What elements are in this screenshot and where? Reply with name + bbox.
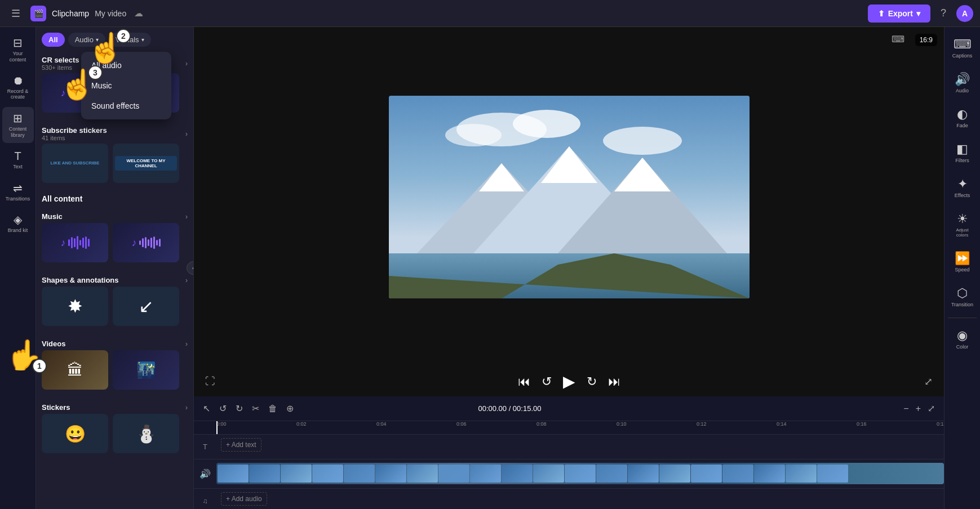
section-stickers-header[interactable]: Stickers ›	[42, 399, 188, 414]
tab-visuals[interactable]: Visuals ▾	[109, 33, 151, 47]
fast-forward-button[interactable]: ↻	[587, 374, 597, 389]
video-frame	[817, 465, 848, 483]
audio-dropdown: All audio Music Sound effects	[81, 52, 171, 119]
video-frame	[565, 465, 596, 483]
timeline-zoom-controls: − + ⤢	[901, 401, 937, 416]
right-panel-transition[interactable]: ⬡ Transition	[946, 280, 979, 313]
right-panel-captions[interactable]: ⌨ Captions	[946, 32, 979, 64]
audio-track-content: + Add audio	[216, 489, 944, 509]
fit-timeline-button[interactable]: ⤢	[925, 401, 937, 416]
rewind-button[interactable]: ↺	[542, 374, 552, 389]
tab-audio[interactable]: Audio ▾	[68, 33, 105, 47]
add-media-button[interactable]: ⊕	[284, 401, 296, 416]
menu-icon[interactable]: ☰	[7, 5, 25, 22]
list-item[interactable]: ⛄	[113, 414, 179, 453]
svg-point-4	[603, 127, 682, 155]
ruler-mark: 0:18	[937, 421, 944, 427]
list-item[interactable]: 🌃	[113, 350, 179, 390]
section-subscribe-stickers-header[interactable]: Subscribe stickers 41 items ›	[42, 122, 188, 144]
right-panel-color[interactable]: ◉ Color	[946, 323, 979, 355]
video-frame	[312, 465, 343, 483]
content-panel: All Audio ▾ Visuals ▾ All audio Music So…	[36, 27, 194, 509]
ruler-mark: 0:12	[697, 421, 707, 427]
sidebar: ⊟ Yourcontent ⏺ Record &create ⊞ Content…	[0, 27, 36, 509]
right-panel-audio[interactable]: 🔊 Audio	[946, 66, 979, 99]
tab-all[interactable]: All	[42, 33, 65, 47]
add-text-area[interactable]: + Add text	[216, 435, 944, 455]
playback-bar: ⛶ ⏮ ↺ ▶ ↻ ⏭ ⤢	[194, 367, 944, 396]
section-music-header[interactable]: Music ›	[42, 208, 188, 223]
transition-icon: ⬡	[957, 286, 968, 301]
right-panel-filters[interactable]: ◧ Filters	[946, 136, 979, 169]
expand-button[interactable]: ⤢	[924, 376, 933, 388]
list-item[interactable]: 🏛	[42, 350, 108, 390]
ruler-mark: 0:08	[536, 421, 547, 427]
undo-button[interactable]: ↺	[217, 401, 229, 416]
captions-preview-icon[interactable]: ⌨	[892, 34, 904, 44]
waveform3	[68, 234, 90, 251]
list-item[interactable]: ✸	[42, 287, 108, 326]
content-scroll[interactable]: CR selects 530+ items › ♪	[36, 51, 193, 509]
ruler-mark: 0:06	[456, 421, 467, 427]
delete-button[interactable]: 🗑	[266, 401, 280, 416]
list-item[interactable]: ♪	[42, 223, 108, 262]
subscribe-stickers-items: LIKE AND SUBSCRIBE WELCOME TO MY CHANNEL	[42, 144, 188, 183]
dropdown-sound-effects[interactable]: Sound effects	[81, 96, 171, 116]
list-item[interactable]: WELCOME TO MY CHANNEL	[113, 144, 179, 183]
music-note-icon: ♪	[132, 237, 137, 249]
ruler-mark: 0:00	[216, 421, 227, 427]
section-videos-header[interactable]: Videos ›	[42, 335, 188, 350]
add-audio-button[interactable]: + Add audio	[221, 492, 267, 506]
add-text-button[interactable]: + Add text	[221, 438, 261, 452]
app-logo: 🎬	[30, 6, 46, 21]
project-name[interactable]: My video	[95, 9, 126, 18]
sidebar-item-brand-kit[interactable]: ◈ Brand kit	[2, 208, 34, 238]
right-sidebar: ⌨ Captions 🔊 Audio ◐ Fade ◧ Filters ✦ Ef…	[944, 27, 980, 509]
add-audio-area[interactable]: + Add audio	[216, 489, 944, 509]
video-frame	[407, 465, 438, 483]
section-shapes: Shapes & annotations › ✸ ↙	[42, 271, 188, 326]
svg-point-2	[513, 110, 580, 138]
screenshot-button[interactable]: ⛶	[205, 376, 215, 387]
video-track-clip[interactable]	[216, 463, 944, 484]
cut-button[interactable]: ✂	[250, 401, 261, 416]
stickers-chevron-icon: ›	[185, 404, 188, 412]
right-panel-effects[interactable]: ✦ Effects	[946, 171, 979, 204]
list-item[interactable]: ♪	[113, 223, 179, 262]
skip-back-button[interactable]: ⏮	[518, 374, 530, 389]
export-label: Export	[888, 9, 913, 18]
redo-button[interactable]: ↻	[233, 401, 245, 416]
cursor-tool-button[interactable]: ↖	[201, 401, 212, 416]
right-panel-fade[interactable]: ◐ Fade	[946, 101, 979, 134]
sidebar-item-content-library[interactable]: ⊞ Contentlibrary	[2, 107, 34, 143]
list-item[interactable]: ↙	[113, 287, 179, 326]
audio-track-label: ♫	[194, 497, 216, 505]
export-button[interactable]: ⬆ Export ▾	[868, 5, 930, 23]
play-button[interactable]: ▶	[563, 372, 575, 391]
dropdown-music[interactable]: Music	[81, 75, 171, 96]
skip-forward-button[interactable]: ⏭	[608, 374, 620, 389]
list-item[interactable]: 😀	[42, 414, 108, 453]
zoom-out-button[interactable]: −	[901, 401, 911, 416]
effects-icon: ✦	[957, 177, 968, 191]
sidebar-item-text[interactable]: T Text	[2, 145, 34, 175]
dropdown-all-audio[interactable]: All audio	[81, 55, 171, 75]
sticker-welcome-text: WELCOME TO MY CHANNEL	[115, 156, 177, 171]
list-item[interactable]: LIKE AND SUBSCRIBE	[42, 144, 108, 183]
shapes-chevron-icon: ›	[185, 276, 188, 284]
avatar[interactable]: A	[956, 5, 973, 22]
record-icon: ⏺	[12, 74, 24, 87]
section-stickers: Stickers › 😀 ⛄	[42, 399, 188, 453]
right-panel-speed[interactable]: ⏩ Speed	[946, 245, 979, 278]
cr-selects-chevron-icon: ›	[185, 60, 188, 68]
video-frame	[218, 465, 249, 483]
content-library-icon: ⊞	[13, 111, 23, 125]
section-shapes-header[interactable]: Shapes & annotations ›	[42, 271, 188, 287]
help-icon[interactable]: ?	[936, 5, 951, 21]
right-panel-adjust-colors[interactable]: ☀ Adjustcolors	[946, 206, 979, 243]
sidebar-item-transitions[interactable]: ⇌ Transitions	[2, 177, 34, 207]
zoom-in-button[interactable]: +	[914, 401, 923, 416]
sticker-icon: ⛄	[136, 424, 157, 444]
sidebar-item-record[interactable]: ⏺ Record &create	[2, 70, 34, 105]
sidebar-item-your-content[interactable]: ⊟ Yourcontent	[2, 32, 34, 68]
